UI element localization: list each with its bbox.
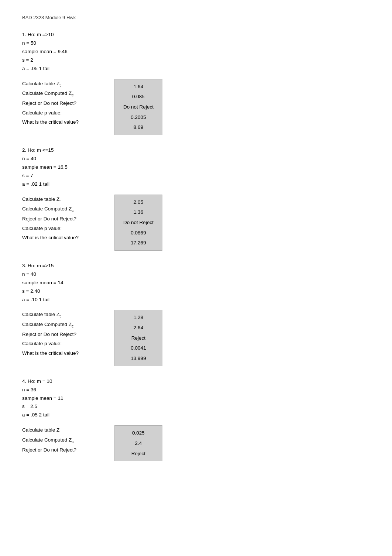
- answer-value-1-0: 2.05: [134, 197, 143, 207]
- answer-sub-0-1: c: [72, 93, 73, 97]
- answer-value-3-2: Reject: [131, 449, 145, 459]
- answer-label-0-0: Calculate table Zt: [22, 79, 114, 89]
- answer-label-3-1: Calculate Computed Zc: [22, 435, 114, 445]
- problem-4-param-4: a = .05 2 tail: [22, 411, 370, 419]
- answer-label-2-4: What is the critical value?: [22, 349, 114, 358]
- answer-label-1-2: Reject or Do not Reject?: [22, 214, 114, 224]
- problem-4-answers: Calculate table ZtCalculate Computed ZcR…: [22, 425, 370, 461]
- answer-label-0-4: What is the critical value?: [22, 117, 114, 127]
- answer-label-2-1: Calculate Computed Zc: [22, 320, 114, 330]
- answer-label-0-3: Calculate p value:: [22, 108, 114, 118]
- problem-1-params: 1. Ho: m =>10n = 50sample mean = 9.46s =…: [22, 31, 370, 73]
- problem-3: 3. Ho: m =>15n = 40sample mean = 14s = 2…: [22, 262, 370, 366]
- problem-3-params: 3. Ho: m =>15n = 40sample mean = 14s = 2…: [22, 262, 370, 304]
- answer-value-1-1: 1.36: [134, 207, 143, 217]
- answer-label-1-3: Calculate p value:: [22, 224, 114, 233]
- problem-3-param-3: s = 2.40: [22, 287, 370, 296]
- problem-4-param-2: sample mean = 11: [22, 394, 370, 403]
- answer-label-1-1: Calculate Computed Zc: [22, 204, 114, 214]
- answer-value-0-1: 0.085: [132, 92, 145, 102]
- answer-value-1-3: 0.0869: [131, 228, 146, 238]
- problem-4-param-3: s = 2.5: [22, 402, 370, 411]
- problem-1-param-4: a = .05 1 tail: [22, 65, 370, 73]
- answer-label-0-1: Calculate Computed Zc: [22, 89, 114, 99]
- problem-2-answers: Calculate table ZtCalculate Computed ZcR…: [22, 195, 370, 251]
- answer-sub-0-0: t: [59, 83, 61, 87]
- problem-1-param-3: s = 2: [22, 56, 370, 65]
- answer-value-2-4: 13.999: [131, 353, 146, 364]
- problem-3-param-1: n = 40: [22, 270, 370, 279]
- problem-3-param-4: a = .10 1 tail: [22, 296, 370, 304]
- problem-1: 1. Ho: m =>10n = 50sample mean = 9.46s =…: [22, 31, 370, 135]
- problem-4-value-box: 0.0252.4Reject: [114, 425, 162, 461]
- problem-3-param-2: sample mean = 14: [22, 279, 370, 287]
- answer-label-2-3: Calculate p value:: [22, 339, 114, 349]
- problem-4-params: 4. Ho: m = 10n = 36sample mean = 11s = 2…: [22, 377, 370, 420]
- answer-sub-3-0: t: [59, 430, 61, 434]
- answer-label-1-0: Calculate table Zt: [22, 195, 114, 205]
- answer-value-1-2: Do not Reject: [123, 217, 154, 228]
- answer-label-1-4: What is the critical value?: [22, 233, 114, 243]
- problem-2-params: 2. Ho: m <=15n = 40sample mean = 16.5s =…: [22, 146, 370, 189]
- answer-value-0-4: 8.69: [134, 122, 143, 133]
- problem-4: 4. Ho: m = 10n = 36sample mean = 11s = 2…: [22, 377, 370, 461]
- answer-value-2-1: 2.64: [134, 323, 143, 333]
- problem-4-param-0: 4. Ho: m = 10: [22, 377, 370, 386]
- answer-value-3-1: 2.4: [135, 438, 142, 449]
- problem-2-param-1: n = 40: [22, 155, 370, 163]
- answer-sub-1-1: c: [72, 209, 73, 213]
- answer-label-0-2: Reject or Do not Reject?: [22, 99, 114, 108]
- problem-1-param-0: 1. Ho: m =>10: [22, 31, 370, 39]
- problem-1-param-2: sample mean = 9.46: [22, 48, 370, 56]
- answer-value-2-3: 0.0041: [131, 343, 146, 353]
- page-title: BAD 2323 Module 9 Hwk: [22, 15, 370, 20]
- problem-2-param-0: 2. Ho: m <=15: [22, 146, 370, 155]
- problem-2-param-4: a = .02 1 tail: [22, 180, 370, 189]
- answer-sub-3-1: c: [72, 440, 73, 444]
- problem-2: 2. Ho: m <=15n = 40sample mean = 16.5s =…: [22, 146, 370, 251]
- problem-3-answers: Calculate table ZtCalculate Computed ZcR…: [22, 310, 370, 366]
- problem-2-value-box: 2.051.36Do not Reject0.086917.269: [114, 195, 162, 251]
- answer-value-0-2: Do not Reject: [123, 102, 154, 112]
- answer-label-3-0: Calculate table Zt: [22, 425, 114, 435]
- answer-value-3-0: 0.025: [132, 428, 145, 438]
- answer-label-2-0: Calculate table Zt: [22, 310, 114, 320]
- answer-sub-1-0: t: [59, 199, 61, 203]
- problem-1-param-1: n = 50: [22, 39, 370, 48]
- answer-value-1-4: 17.269: [131, 238, 146, 248]
- problem-2-param-2: sample mean = 16.5: [22, 163, 370, 172]
- problem-1-answers: Calculate table ZtCalculate Computed ZcR…: [22, 79, 370, 135]
- problem-2-param-3: s = 7: [22, 172, 370, 180]
- answer-value-2-0: 1.28: [134, 312, 143, 323]
- answer-value-0-3: 0.2005: [131, 112, 146, 123]
- answer-sub-2-0: t: [59, 314, 61, 318]
- problem-4-param-1: n = 36: [22, 386, 370, 394]
- problem-3-param-0: 3. Ho: m =>15: [22, 262, 370, 270]
- answer-value-2-2: Reject: [131, 333, 145, 343]
- problem-1-value-box: 1.640.085Do not Reject0.20058.69: [114, 79, 162, 135]
- answer-label-2-2: Reject or Do not Reject?: [22, 330, 114, 339]
- answer-value-0-0: 1.64: [134, 82, 143, 92]
- answer-sub-2-1: c: [72, 324, 73, 328]
- answer-label-3-2: Reject or Do not Reject?: [22, 445, 114, 455]
- problem-3-value-box: 1.282.64Reject0.004113.999: [114, 310, 162, 366]
